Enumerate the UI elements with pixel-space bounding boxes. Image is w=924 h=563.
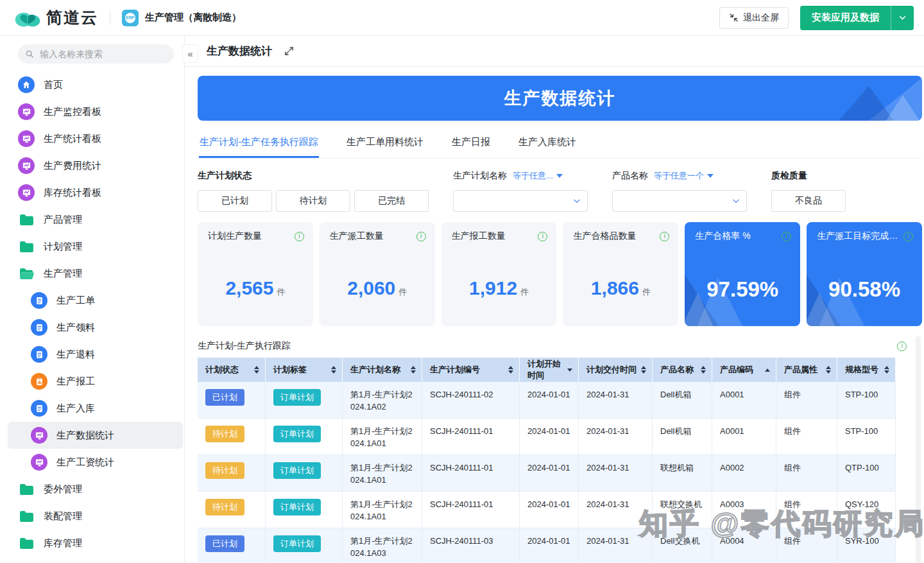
stat-card-value: 97.59% — [706, 277, 778, 301]
sidebar-item-3[interactable]: 生产统计看板 — [0, 125, 183, 152]
info-icon[interactable]: i — [903, 232, 913, 241]
filter-operator-dropdown[interactable]: 等于任意一个 — [654, 170, 714, 182]
sidebar-item-6[interactable]: 产品管理 — [0, 206, 183, 233]
filter-operator-dropdown[interactable]: 等于任意... — [513, 170, 563, 182]
logo[interactable]: 简道云 — [14, 7, 98, 28]
sidebar-item-label: 委外管理 — [44, 483, 82, 496]
column-header-6[interactable]: 计划交付时间 — [579, 358, 653, 382]
sidebar-item-label: 生产退料 — [56, 349, 95, 361]
install-dropdown-toggle[interactable] — [891, 6, 914, 30]
sidebar-item-14[interactable]: 生产数据统计 — [8, 422, 183, 449]
sidebar-item-label: 生产工资统计 — [56, 456, 114, 469]
sidebar-item-8[interactable]: 生产管理 — [0, 260, 183, 287]
app-title: 生产管理（离散制造） — [145, 12, 241, 24]
sidebar-item-9[interactable]: 生产工单 — [0, 287, 183, 314]
table-section: 生产计划-生产执行跟踪 i 计划状态计划标签生产计划名称生产计划编号计划开始时间… — [198, 340, 922, 563]
info-icon[interactable]: i — [660, 232, 669, 241]
sidebar-item-1[interactable]: 首页 — [0, 71, 183, 98]
table-cell: SCJH-240111-01 — [422, 492, 520, 528]
filter-option-button[interactable]: 待计划 — [276, 190, 350, 212]
sidebar-item-4[interactable]: 生产费用统计 — [0, 152, 183, 179]
form-icon — [31, 346, 47, 363]
table-info-icon[interactable]: i — [897, 342, 907, 351]
table-cell: 待计划 — [198, 492, 266, 528]
exit-fullscreen-button[interactable]: 退出全屏 — [719, 7, 789, 29]
filter-bar: 生产计划状态已计划待计划已完结生产计划名称等于任意...产品名称等于任意一个质检… — [198, 169, 922, 212]
sidebar-search-input[interactable] — [38, 48, 160, 60]
expand-fullscreen-icon[interactable] — [284, 46, 295, 56]
sidebar-menu: 首页生产监控看板生产统计看板生产费用统计库存统计看板产品管理计划管理生产管理生产… — [0, 71, 184, 557]
sidebar-item-5[interactable]: 库存统计看板 — [0, 179, 183, 206]
sidebar-item-18[interactable]: 库存管理 — [0, 530, 183, 557]
filter-select[interactable] — [612, 190, 747, 212]
sidebar-item-label: 计划管理 — [44, 241, 82, 253]
filter-option-button[interactable]: 已计划 — [198, 190, 272, 212]
install-app-button[interactable]: 安装应用及数据 — [800, 6, 914, 30]
table-cell: QSY-120 — [837, 492, 896, 528]
stat-card-value: 1,912 — [469, 277, 517, 299]
dashboard-banner: 生产数据统计 — [198, 76, 922, 121]
folder-icon — [18, 211, 35, 228]
tab-2[interactable]: 生产工单用料统计 — [346, 130, 424, 158]
filter-label: 产品名称 — [612, 170, 648, 182]
sidebar-search[interactable] — [18, 44, 174, 64]
column-header-7[interactable]: 产品名称 — [653, 358, 712, 382]
column-header-3[interactable]: 生产计划名称 — [343, 358, 422, 382]
table-cell: A0001 — [712, 419, 776, 455]
info-icon[interactable]: i — [416, 232, 426, 241]
table-cell: 已计划 — [198, 528, 266, 563]
column-header-label: 生产计划编号 — [430, 364, 480, 376]
home-icon — [18, 76, 35, 93]
info-icon[interactable]: i — [538, 232, 547, 241]
tab-3[interactable]: 生产日报 — [451, 130, 491, 158]
table-cell: 第1月-生产计划2024.1A01 — [343, 419, 422, 455]
column-header-5[interactable]: 计划开始时间 — [520, 358, 579, 382]
sidebar-item-16[interactable]: 委外管理 — [0, 476, 183, 503]
column-header-8[interactable]: 产品编码 — [712, 358, 776, 382]
info-icon[interactable]: i — [782, 232, 791, 241]
header-divider — [110, 11, 110, 25]
table-cell: Dell机箱 — [653, 419, 712, 455]
page-title: 生产数据统计 — [207, 44, 272, 58]
column-header-4[interactable]: 生产计划编号 — [422, 358, 520, 382]
caret-down-icon — [556, 174, 563, 178]
sidebar-item-12[interactable]: 生产报工 — [0, 368, 183, 395]
stat-cards: 计划生产数量i2,565件生产派工数量i2,060件生产报工数量i1,912件生… — [198, 222, 922, 326]
filter-option-button[interactable]: 不良品 — [771, 190, 846, 212]
filter-group-3: 产品名称等于任意一个 — [612, 169, 747, 212]
table-cell: A0001 — [712, 382, 776, 419]
sidebar-item-15[interactable]: 生产工资统计 — [0, 449, 183, 476]
column-header-10[interactable]: 规格型号 — [837, 358, 896, 382]
status-badge: 已计划 — [205, 389, 244, 406]
filter-option-button[interactable]: 已完结 — [354, 190, 429, 212]
stat-card-unit: 件 — [642, 287, 651, 297]
table-cell: 2024-01-31 — [579, 492, 653, 528]
table-cell: STP-100 — [837, 419, 896, 455]
tag-badge: 订单计划 — [273, 389, 321, 406]
tab-1[interactable]: 生产计划-生产任务执行跟踪 — [199, 130, 319, 158]
table-cell: SCJH-240111-01 — [422, 419, 520, 455]
column-header-1[interactable]: 计划状态 — [198, 358, 266, 382]
search-icon — [25, 49, 34, 58]
tab-4[interactable]: 生产入库统计 — [518, 130, 577, 158]
sidebar-item-13[interactable]: 生产入库 — [0, 395, 183, 422]
dashboard-icon — [18, 130, 35, 147]
column-header-2[interactable]: 计划标签 — [266, 358, 343, 382]
sort-icon — [641, 366, 646, 374]
table-body: 已计划订单计划第1月-生产计划2024.1A02SCJH-240111-0220… — [198, 382, 896, 563]
table-cell: 组件 — [776, 455, 837, 492]
sidebar-item-11[interactable]: 生产退料 — [0, 341, 183, 368]
table-scrollbar[interactable] — [916, 336, 921, 563]
collapse-sidebar-button[interactable]: « — [182, 44, 198, 63]
sidebar-item-17[interactable]: 装配管理 — [0, 503, 183, 530]
info-icon[interactable]: i — [295, 232, 304, 241]
column-header-9[interactable]: 产品属性 — [776, 358, 837, 382]
sidebar-item-7[interactable]: 计划管理 — [0, 233, 183, 260]
table-cell: 2024-01-31 — [579, 382, 653, 419]
column-header-label: 计划开始时间 — [527, 358, 567, 381]
column-header-label: 规格型号 — [845, 364, 878, 376]
sidebar-item-10[interactable]: 生产领料 — [0, 314, 183, 341]
filter-select[interactable] — [453, 190, 588, 212]
dashboard-icon — [18, 103, 35, 120]
sidebar-item-2[interactable]: 生产监控看板 — [0, 98, 183, 125]
